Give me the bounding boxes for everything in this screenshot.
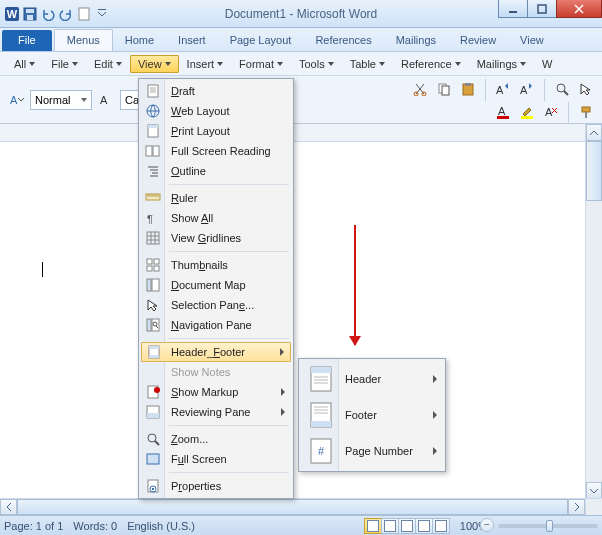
selection-pane-icon: [144, 297, 162, 313]
clear-format-icon[interactable]: A: [541, 102, 561, 122]
menu-view[interactable]: View: [130, 55, 179, 73]
new-document-icon[interactable]: [76, 6, 92, 22]
horizontal-scrollbar[interactable]: [0, 498, 585, 515]
save-icon[interactable]: [22, 6, 38, 22]
tab-file[interactable]: File: [2, 30, 52, 51]
svg-rect-32: [148, 125, 158, 128]
cut-icon[interactable]: [410, 79, 430, 99]
menu-item-view-gridlines[interactable]: View Gridlines: [141, 228, 291, 248]
tab-references[interactable]: References: [303, 30, 383, 51]
svg-text:¶: ¶: [147, 213, 153, 225]
window-controls: [499, 0, 602, 18]
scroll-right-button[interactable]: [568, 499, 585, 515]
minimize-button[interactable]: [498, 0, 528, 18]
menu-w-overflow[interactable]: W: [534, 55, 560, 73]
menu-tools[interactable]: Tools: [291, 55, 342, 73]
close-button[interactable]: [556, 0, 602, 18]
tab-review[interactable]: Review: [448, 30, 508, 51]
redo-icon[interactable]: [58, 6, 74, 22]
zoom-out-button[interactable]: −: [480, 518, 494, 532]
zoom-slider-handle[interactable]: [546, 520, 553, 532]
menu-table[interactable]: Table: [342, 55, 393, 73]
svg-rect-55: [154, 266, 159, 271]
zoom-slider[interactable]: − +: [498, 524, 598, 528]
menu-item-reviewing-pane[interactable]: Reviewing Pane: [141, 402, 291, 422]
menu-item-show-markup[interactable]: Show Markup: [141, 382, 291, 402]
qat-customize-icon[interactable]: [94, 6, 110, 22]
menu-item-full-screen[interactable]: Full Screen: [141, 449, 291, 469]
scroll-up-button[interactable]: [586, 124, 602, 141]
menu-item-full-screen-reading[interactable]: Full Screen Reading: [141, 141, 291, 161]
ruler[interactable]: [0, 124, 602, 142]
menu-item-show-all[interactable]: ¶Show All: [141, 208, 291, 228]
view-full-screen-button[interactable]: [381, 518, 399, 534]
menu-mailings[interactable]: Mailings: [469, 55, 534, 73]
tab-menus[interactable]: Menus: [54, 29, 113, 51]
svg-text:A: A: [496, 84, 504, 96]
word-app-icon[interactable]: W: [4, 6, 20, 22]
menu-item-outline[interactable]: Outline: [141, 161, 291, 181]
menu-format[interactable]: Format: [231, 55, 291, 73]
view-web-layout-button[interactable]: [398, 518, 416, 534]
menu-item-properties[interactable]: Properties: [141, 476, 291, 496]
menu-item-ruler[interactable]: Ruler: [141, 188, 291, 208]
style-dropdown-icon[interactable]: A: [6, 90, 26, 110]
scroll-left-button[interactable]: [0, 499, 17, 515]
font-icon[interactable]: A: [96, 90, 116, 110]
menu-all[interactable]: All: [6, 55, 43, 73]
menu-item-draft[interactable]: Draft: [141, 81, 291, 101]
menu-item-thumbnails[interactable]: Thumbnails: [141, 255, 291, 275]
menu-item-navigation-pane[interactable]: Navigation Pane: [141, 315, 291, 335]
style-combo[interactable]: Normal: [30, 90, 92, 110]
menu-file[interactable]: File: [43, 55, 86, 73]
menu-item-zoom[interactable]: Zoom...: [141, 429, 291, 449]
menu-reference[interactable]: Reference: [393, 55, 469, 73]
select-icon[interactable]: [576, 79, 596, 99]
menu-item-header[interactable]: Header: [301, 361, 443, 397]
menu-item-document-map[interactable]: Document Map: [141, 275, 291, 295]
view-print-layout-button[interactable]: [364, 518, 382, 534]
submenu-label: Page Number: [345, 445, 413, 457]
scroll-down-button[interactable]: [586, 482, 602, 499]
view-outline-button[interactable]: [415, 518, 433, 534]
format-painter-icon[interactable]: [576, 102, 596, 122]
menu-item-print-layout[interactable]: Print Layout: [141, 121, 291, 141]
tab-view[interactable]: View: [508, 30, 556, 51]
tab-home[interactable]: Home: [113, 30, 166, 51]
decrease-font-icon[interactable]: A: [493, 79, 513, 99]
view-draft-button[interactable]: [432, 518, 450, 534]
full-screen-reading-icon: [144, 143, 162, 159]
vertical-scrollbar[interactable]: [585, 124, 602, 499]
menu-item-page-number[interactable]: #Page Number: [301, 433, 443, 469]
horizontal-scroll-thumb[interactable]: [17, 499, 568, 515]
vertical-scroll-thumb[interactable]: [586, 141, 602, 201]
undo-icon[interactable]: [40, 6, 56, 22]
toolbar-row: A Normal A Calibri A A A A Toolbars: [0, 76, 602, 124]
tab-page-layout[interactable]: Page Layout: [218, 30, 304, 51]
window-title: Document1 - Microsoft Word: [225, 7, 378, 21]
find-icon[interactable]: [552, 79, 572, 99]
highlight-icon[interactable]: [517, 102, 537, 122]
tab-mailings[interactable]: Mailings: [384, 30, 448, 51]
menu-edit[interactable]: Edit: [86, 55, 130, 73]
menu-item-footer[interactable]: Footer: [301, 397, 443, 433]
zoom-icon: [144, 431, 162, 447]
svg-line-70: [155, 441, 159, 445]
svg-text:#: #: [318, 445, 325, 457]
copy-icon[interactable]: [434, 79, 454, 99]
menu-item-header-footer[interactable]: Header_Footer: [141, 342, 291, 362]
ribbon-tabs: File Menus Home Insert Page Layout Refer…: [0, 28, 602, 52]
menu-insert[interactable]: Insert: [179, 55, 232, 73]
tab-insert[interactable]: Insert: [166, 30, 218, 51]
submenu-label: Header: [345, 373, 381, 385]
status-page[interactable]: Page: 1 of 1: [4, 520, 63, 532]
maximize-button[interactable]: [527, 0, 557, 18]
status-words[interactable]: Words: 0: [73, 520, 117, 532]
svg-text:A: A: [10, 94, 18, 106]
menu-item-web-layout[interactable]: Web Layout: [141, 101, 291, 121]
font-color-icon[interactable]: A: [493, 102, 513, 122]
paste-icon[interactable]: [458, 79, 478, 99]
increase-font-icon[interactable]: A: [517, 79, 537, 99]
menu-item-selection-pane[interactable]: Selection Pane...: [141, 295, 291, 315]
status-language[interactable]: English (U.S.): [127, 520, 195, 532]
